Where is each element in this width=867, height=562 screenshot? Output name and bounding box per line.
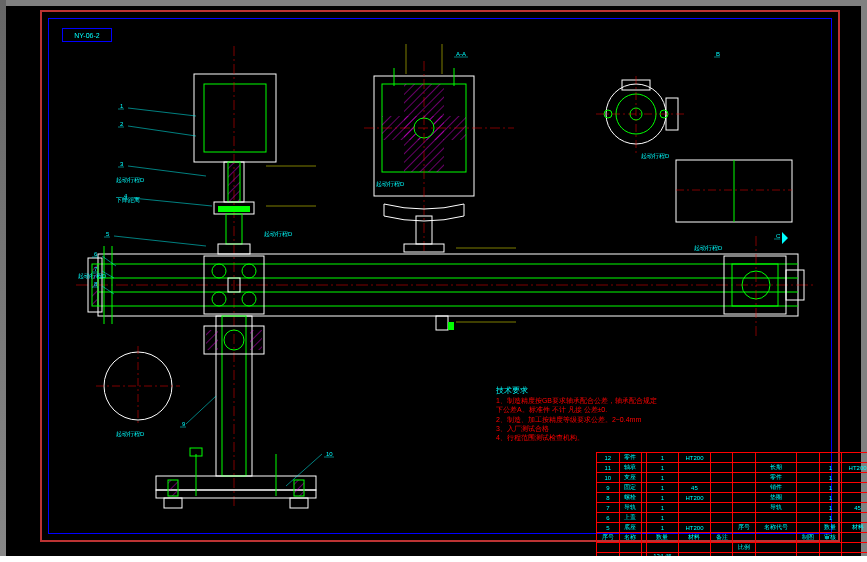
table-cell: [646, 543, 678, 553]
note-line-2: 下公差A。标准件 不计 凡接 公差±0.: [496, 405, 657, 414]
table-cell: HT200: [679, 523, 711, 533]
table-row: 12零件1HT200: [597, 453, 868, 463]
balloon-3: 3: [120, 161, 124, 167]
table-cell: [756, 513, 797, 523]
table-cell: [842, 513, 867, 523]
table-cell: 审核: [819, 533, 842, 543]
balloon-9: 9: [182, 421, 186, 427]
table-cell: 长期: [756, 463, 797, 473]
table-cell: [819, 543, 842, 553]
table-cell: [733, 473, 756, 483]
table-row: 5底座1HT200序号名称代号数量材料: [597, 523, 868, 533]
table-cell: 数量: [819, 523, 842, 533]
table-cell: 1: [646, 513, 678, 523]
table-cell: [756, 453, 797, 463]
dim-label: 起动行程D: [641, 153, 670, 159]
table-cell: 名称: [619, 533, 642, 543]
table-cell: [796, 463, 819, 473]
table-cell: 数量: [646, 533, 678, 543]
table-cell: 1: [646, 473, 678, 483]
table-cell: [796, 483, 819, 493]
table-cell: 7: [597, 503, 620, 513]
table-row: 10支座1零件1: [597, 473, 868, 483]
table-cell: [733, 503, 756, 513]
balloon-C: C: [776, 233, 781, 239]
table-cell: 支座: [619, 473, 642, 483]
table-cell: [842, 533, 867, 543]
table-cell: [679, 473, 711, 483]
balloon-7: 7: [94, 266, 98, 272]
table-cell: [733, 483, 756, 493]
table-cell: [710, 503, 733, 513]
table-cell: 上盖: [619, 513, 642, 523]
table-row: 序号名称数量材料备注制图审核: [597, 533, 868, 543]
table-cell: [679, 543, 711, 553]
table-row: 9固定145销件1: [597, 483, 868, 493]
table-cell: 1: [819, 463, 842, 473]
table-cell: [796, 493, 819, 503]
table-cell: 序号: [733, 523, 756, 533]
table-cell: 1: [819, 483, 842, 493]
note-line-1: 1、制造精度按GB要求轴承配合公差，轴承配合规定: [496, 396, 657, 405]
table-cell: [796, 503, 819, 513]
table-cell: [733, 463, 756, 473]
table-cell: 8: [597, 493, 620, 503]
table-cell: 6: [597, 513, 620, 523]
table-cell: [842, 493, 867, 503]
table-cell: 零件: [619, 453, 642, 463]
table-cell: [796, 523, 819, 533]
table-row: 6上盖11: [597, 513, 868, 523]
bom-table: 12零件1HT20011轴承1长期1HT20010支座1零件19固定145销件1…: [596, 452, 867, 560]
table-cell: 1: [646, 523, 678, 533]
balloon-10: 10: [326, 451, 333, 457]
cad-workspace: NY-06-2: [6, 6, 861, 556]
balloon-1: 1: [120, 103, 124, 109]
dim-label: 起动行程D: [694, 245, 723, 251]
table-cell: [679, 463, 711, 473]
balloon-2: 2: [120, 121, 124, 127]
table-cell: [733, 453, 756, 463]
table-cell: 10: [597, 473, 620, 483]
dim-label: 起动行程D: [116, 431, 145, 437]
table-row: 11轴承1长期1HT200: [597, 463, 868, 473]
dim-label: 起动行程D: [116, 177, 145, 183]
table-cell: 材料: [679, 533, 711, 543]
table-cell: [710, 513, 733, 523]
table-cell: [710, 453, 733, 463]
table-cell: 备注: [710, 533, 733, 543]
table-cell: [842, 543, 867, 553]
table-cell: [710, 523, 733, 533]
table-cell: 材料: [842, 523, 867, 533]
table-cell: [679, 513, 711, 523]
table-cell: 导轨: [756, 503, 797, 513]
note-line-3: 2、制造、加工按精度等级要求公差。2~0.4mm: [496, 415, 657, 424]
table-cell: 垫圈: [756, 493, 797, 503]
table-cell: 名称代号: [756, 523, 797, 533]
table-cell: 螺栓: [619, 493, 642, 503]
table-cell: [710, 473, 733, 483]
table-cell: 1: [646, 453, 678, 463]
note-line-4: 3、入厂测试合格: [496, 424, 657, 433]
table-cell: 比例: [733, 543, 756, 553]
table-cell: [842, 453, 867, 463]
table-cell: 轴承: [619, 463, 642, 473]
dim-label: 起动行程D: [264, 231, 293, 237]
table-cell: [796, 543, 819, 553]
table-row: 7导轨1导轨145: [597, 503, 868, 513]
annotation-layer: 12345678910A-ABC 起动行程D下降距离起动行程D起动行程D起动行程…: [56, 26, 826, 526]
table-cell: [679, 503, 711, 513]
table-cell: [796, 453, 819, 463]
table-cell: 45: [842, 503, 867, 513]
table-cell: 9: [597, 483, 620, 493]
table-cell: 1: [646, 503, 678, 513]
balloon-A-A: A-A: [456, 51, 466, 57]
drawing-canvas[interactable]: 12345678910A-ABC 起动行程D下降距离起动行程D起动行程D起动行程…: [56, 26, 826, 526]
table-cell: [796, 473, 819, 483]
table-cell: 零件: [756, 473, 797, 483]
table-cell: 1: [646, 493, 678, 503]
table-cell: [710, 543, 733, 553]
table-row: 比例: [597, 543, 868, 553]
table-cell: 12: [597, 453, 620, 463]
horizontal-ruler: [0, 556, 867, 562]
table-cell: 1: [819, 513, 842, 523]
